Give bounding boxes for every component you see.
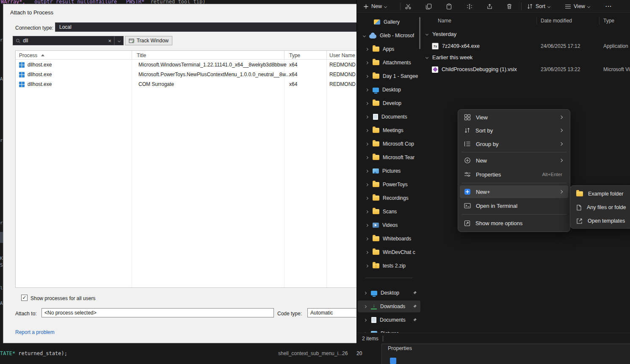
attach-to-input[interactable] — [44, 310, 271, 316]
nav-item-pinned-downloads[interactable]: ↓ Downloads — [358, 301, 420, 312]
column-separator — [599, 17, 600, 25]
chevron-right-icon[interactable] — [365, 115, 368, 118]
chevron-right-icon[interactable] — [365, 47, 368, 50]
chevron-right-icon[interactable] — [365, 74, 368, 77]
nav-item-powertoys[interactable]: PowerToys — [358, 179, 420, 190]
nav-item-pinned-desktop[interactable]: Desktop — [358, 287, 420, 299]
connection-type-combobox[interactable]: Local — [55, 22, 377, 32]
nav-label: Day 1 - Sangee — [383, 73, 418, 79]
cut-button[interactable] — [402, 1, 414, 11]
track-window-button[interactable]: Track Window — [125, 36, 172, 45]
nav-item-onedrive[interactable]: Gleb - Microsof — [358, 30, 420, 41]
chevron-right-icon[interactable] — [365, 237, 368, 240]
new-button[interactable]: New — [360, 1, 390, 11]
menu-item-show-more-options[interactable]: Show more options — [460, 217, 568, 229]
column-type[interactable]: Type — [289, 52, 300, 58]
chevron-right-icon[interactable] — [364, 305, 367, 308]
chevron-right-icon[interactable] — [365, 169, 368, 172]
submenu-item-any-files[interactable]: Any files or folde — [572, 201, 630, 214]
videos-icon — [373, 223, 379, 228]
nav-item-pictures[interactable]: Pictures — [358, 165, 420, 177]
copy-button[interactable] — [423, 1, 435, 11]
table-row[interactable]: dllhost.exe Microsoft.PowerToys.NewPlusC… — [16, 70, 383, 80]
desktop-icon — [373, 88, 379, 92]
chevron-down-icon[interactable] — [426, 32, 428, 35]
chevron-right-icon[interactable] — [365, 102, 368, 105]
chevron-right-icon[interactable] — [365, 223, 368, 226]
nav-item-recordings[interactable]: Recordings — [358, 192, 420, 204]
chevron-right-icon[interactable] — [365, 142, 368, 145]
column-process[interactable]: Process — [19, 52, 37, 58]
view-button[interactable]: View — [562, 1, 593, 11]
chevron-right-icon[interactable] — [365, 251, 368, 254]
column-user-name[interactable]: User Name — [329, 52, 355, 58]
file-row-vsix[interactable]: ChildProcessDebugging (1).vsix — [432, 64, 517, 75]
nav-item-pinned-documents[interactable]: Documents — [358, 314, 420, 326]
paste-button[interactable] — [443, 1, 455, 11]
filter-dropdown-button[interactable] — [114, 36, 124, 45]
nav-item-desktop[interactable]: Desktop — [358, 84, 420, 96]
column-name[interactable]: Name — [438, 18, 451, 24]
menu-item-new-plus[interactable]: New+ — [460, 185, 568, 198]
group-header-earlier[interactable]: Earlier this week — [426, 53, 472, 61]
delete-button[interactable] — [503, 1, 515, 11]
nav-item-documents[interactable]: Documents — [358, 111, 420, 123]
submenu-item-open-templates[interactable]: Open templates — [572, 215, 630, 227]
chevron-right-icon[interactable] — [364, 318, 367, 321]
menu-item-sort-by[interactable]: Sort by — [460, 124, 568, 137]
nav-item-develop[interactable]: Develop — [358, 97, 420, 109]
column-type[interactable]: Type — [603, 18, 614, 24]
chevron-right-icon — [559, 142, 563, 146]
nav-item-apps[interactable]: Apps — [358, 43, 420, 55]
attach-to-field[interactable] — [41, 308, 274, 317]
menu-item-view[interactable]: View — [460, 111, 568, 124]
show-all-users-checkbox[interactable] — [21, 295, 28, 301]
table-row[interactable]: dllhost.exe Microsoft.WindowsTerminal_1.… — [16, 60, 383, 70]
chevron-right-icon[interactable] — [365, 264, 368, 267]
menu-item-properties[interactable]: Properties Alt+Enter — [460, 168, 568, 181]
chevron-right-icon[interactable] — [365, 156, 368, 159]
more-options-button[interactable]: ··· — [602, 1, 615, 11]
nav-item-microsoft-cop[interactable]: Microsoft Cop — [358, 138, 420, 150]
chevron-right-icon[interactable] — [365, 196, 368, 199]
nav-item-tests-zip[interactable]: tests 2.zip — [358, 260, 420, 272]
chevron-right-icon[interactable] — [365, 61, 368, 64]
nav-item-gallery[interactable]: Gallery — [358, 16, 420, 28]
nav-item-day1[interactable]: Day 1 - Sangee — [358, 70, 420, 82]
column-date-modified[interactable]: Date modified — [541, 18, 572, 24]
nav-item-attachments[interactable]: Attachments — [358, 57, 420, 69]
nav-item-meetings[interactable]: Meetings — [358, 124, 420, 136]
chevron-right-icon[interactable] — [364, 291, 367, 294]
chevron-right-icon[interactable] — [365, 129, 368, 132]
chevron-down-icon[interactable] — [363, 34, 366, 37]
process-filter-input-box[interactable]: × — [13, 36, 114, 45]
chevron-right-icon[interactable] — [365, 183, 368, 186]
table-row[interactable]: dllhost.exe COM Surrogate x64 REDMOND — [16, 80, 383, 89]
menu-item-open-in-terminal[interactable]: Open in Terminal — [460, 199, 568, 212]
nav-item-microsoft-tear[interactable]: Microsoft Tear — [358, 152, 420, 163]
process-table[interactable]: Process Title Type User Name dllhost.exe… — [15, 50, 384, 288]
clear-filter-icon[interactable]: × — [108, 38, 111, 44]
folder-icon — [373, 47, 379, 52]
file-row-7z[interactable]: 7z 7z2409-x64.exe — [432, 41, 480, 52]
column-title[interactable]: Title — [137, 52, 146, 58]
report-problem-link[interactable]: Report a problem — [15, 329, 55, 335]
chevron-down-icon[interactable] — [426, 55, 428, 58]
submenu-item-example-folder[interactable]: Example folder — [572, 188, 630, 200]
process-table-header[interactable]: Process Title Type User Name — [16, 51, 383, 60]
nav-item-scans[interactable]: Scans — [358, 206, 420, 218]
nav-item-whiteboards[interactable]: Whiteboards — [358, 233, 420, 245]
group-header-yesterday[interactable]: Yesterday — [426, 30, 456, 38]
sort-button[interactable]: Sort — [524, 1, 553, 11]
nav-item-windevchat[interactable]: WinDevChat c — [358, 246, 420, 258]
document-icon — [371, 317, 376, 323]
nav-scrollbar[interactable] — [419, 17, 420, 49]
menu-item-group-by[interactable]: Group by — [460, 138, 568, 150]
chevron-right-icon[interactable] — [365, 88, 368, 91]
share-button[interactable] — [484, 1, 496, 11]
process-filter-input[interactable] — [23, 38, 106, 44]
menu-item-new[interactable]: New — [460, 154, 568, 167]
chevron-right-icon[interactable] — [365, 210, 368, 213]
nav-item-videos[interactable]: Videos — [358, 219, 420, 231]
rename-button[interactable] — [463, 1, 476, 11]
